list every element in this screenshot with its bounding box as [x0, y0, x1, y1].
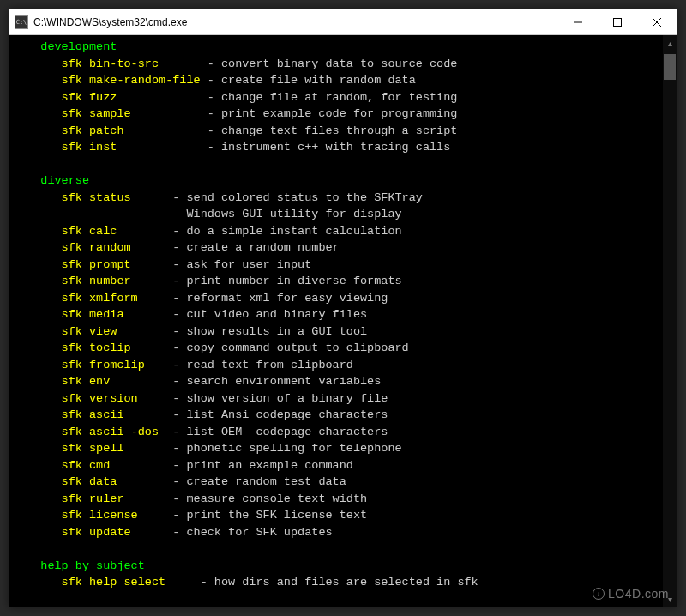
command-name: sfk fuzz — [20, 91, 201, 104]
command-desc: change text files through a script — [221, 124, 457, 137]
section-header: diverse — [20, 174, 89, 187]
command-separator: - — [165, 225, 186, 238]
command-desc: copy command output to clipboard — [186, 341, 408, 354]
minimize-button[interactable] — [558, 9, 598, 34]
command-separator: - — [165, 292, 186, 305]
command-desc: print the SFK license text — [186, 509, 367, 522]
command-separator: - — [201, 74, 221, 87]
command-separator: - — [165, 325, 186, 338]
command-desc: create a random number — [186, 241, 339, 254]
maximize-button[interactable] — [598, 9, 637, 34]
command-name: sfk version — [20, 392, 165, 405]
command-separator: - — [165, 442, 186, 455]
command-separator: - — [201, 91, 221, 104]
command-desc: list Ansi codepage characters — [186, 408, 388, 421]
scroll-up-button[interactable]: ▴ — [663, 35, 677, 51]
command-separator: - — [165, 526, 186, 539]
command-separator: - — [165, 258, 186, 271]
command-name: sfk make-random-file — [20, 74, 201, 87]
terminal-area: development sfk bin-to-src - convert bin… — [9, 35, 677, 607]
command-desc: create random test data — [186, 475, 346, 488]
command-desc: how dirs and files are selected in sfk — [214, 576, 478, 589]
command-desc: reformat xml for easy viewing — [186, 292, 388, 305]
command-name: sfk ascii -dos — [20, 426, 165, 438]
command-name: sfk spell — [20, 442, 165, 455]
command-separator: - — [165, 426, 186, 438]
download-icon: ↓ — [593, 588, 605, 600]
command-separator: - — [165, 275, 186, 287]
command-name: sfk view — [20, 325, 165, 338]
command-desc: cut video and binary files — [186, 308, 367, 321]
command-desc: show results in a GUI tool — [186, 325, 367, 338]
section-header: help by subject — [20, 559, 145, 572]
command-desc: create file with random data — [221, 74, 416, 87]
scrollbar-thumb[interactable] — [664, 54, 676, 80]
command-desc: show version of a binary file — [186, 392, 388, 405]
command-name: sfk xmlform — [20, 292, 165, 305]
watermark-text: LO4D.com — [608, 587, 669, 601]
command-separator: - — [165, 341, 186, 354]
command-name — [20, 208, 165, 220]
command-name: sfk random — [20, 241, 165, 254]
command-separator: - — [165, 241, 186, 254]
command-separator: - — [165, 392, 186, 405]
app-icon: C:\ — [15, 15, 28, 29]
command-desc: convert binary data to source code — [221, 57, 457, 70]
window-controls — [558, 9, 677, 34]
command-desc: instrument c++ with tracing calls — [221, 141, 450, 154]
command-name: sfk sample — [20, 107, 201, 120]
command-desc: print an example command — [186, 459, 352, 472]
command-name: sfk cmd — [20, 459, 165, 472]
command-name: sfk license — [20, 509, 165, 522]
watermark: ↓ LO4D.com — [593, 587, 669, 601]
command-desc: measure console text width — [186, 492, 367, 505]
command-name: sfk data — [20, 475, 165, 488]
command-name: sfk bin-to-src — [20, 57, 201, 70]
command-desc: print example code for programming — [221, 107, 457, 120]
command-separator: - — [201, 124, 221, 137]
cmd-window: C:\ C:\WINDOWS\system32\cmd.exe developm… — [9, 9, 677, 607]
command-separator: - — [194, 576, 214, 589]
command-name: sfk prompt — [20, 258, 165, 271]
command-name: sfk help select — [20, 576, 194, 589]
command-separator — [165, 208, 186, 220]
command-name: sfk inst — [20, 141, 201, 154]
command-desc: do a simple instant calculation — [186, 225, 401, 238]
command-desc: read text from clipboard — [186, 359, 352, 371]
command-name: sfk status — [20, 191, 165, 204]
command-separator: - — [201, 141, 221, 154]
command-desc: phonetic spelling for telephone — [186, 442, 401, 455]
command-separator: - — [165, 375, 186, 388]
command-separator: - — [165, 191, 186, 204]
command-name: sfk ascii — [20, 408, 165, 421]
command-desc: Windows GUI utility for display — [186, 208, 401, 220]
command-desc: search environment variables — [186, 375, 381, 388]
scrollbar[interactable]: ▴ ▾ — [663, 35, 677, 607]
terminal-output[interactable]: development sfk bin-to-src - convert bin… — [9, 35, 663, 607]
titlebar[interactable]: C:\ C:\WINDOWS\system32\cmd.exe — [9, 9, 677, 35]
command-separator: - — [201, 107, 221, 120]
command-separator: - — [165, 459, 186, 472]
svg-rect-1 — [614, 18, 622, 26]
command-name: sfk toclip — [20, 341, 165, 354]
command-name: sfk calc — [20, 225, 165, 238]
command-name: sfk number — [20, 275, 165, 287]
command-name: sfk ruler — [20, 492, 165, 505]
command-separator: - — [165, 359, 186, 371]
section-header: development — [20, 40, 117, 53]
command-desc: check for SFK updates — [186, 526, 332, 539]
close-button[interactable] — [637, 9, 677, 34]
command-separator: - — [165, 509, 186, 522]
command-separator: - — [165, 475, 186, 488]
command-separator: - — [201, 57, 221, 70]
command-desc: change file at random, for testing — [221, 91, 457, 104]
command-desc: send colored status to the SFKTray — [186, 191, 422, 204]
window-title: C:\WINDOWS\system32\cmd.exe — [33, 16, 558, 28]
command-separator: - — [165, 308, 186, 321]
command-name: sfk env — [20, 375, 165, 388]
command-separator: - — [165, 492, 186, 505]
command-desc: ask for user input — [186, 258, 311, 271]
command-desc: print number in diverse formats — [186, 275, 401, 287]
command-name: sfk patch — [20, 124, 201, 137]
command-name: sfk update — [20, 526, 165, 539]
